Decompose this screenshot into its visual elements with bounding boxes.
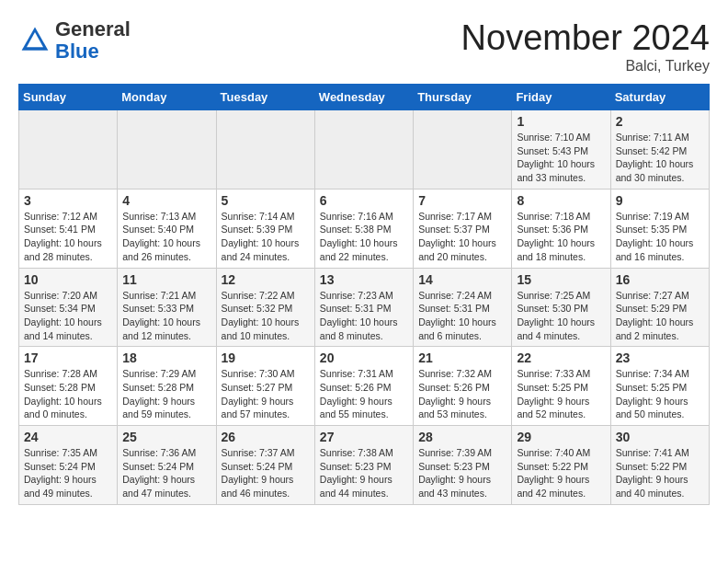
calendar-cell: [216, 110, 314, 190]
day-number: 21: [418, 350, 506, 365]
calendar-cell: 7Sunrise: 7:17 AM Sunset: 5:37 PM Daylig…: [414, 189, 512, 268]
weekday-header-friday: Friday: [512, 85, 610, 110]
day-number: 15: [517, 272, 605, 287]
calendar-body: 1Sunrise: 7:10 AM Sunset: 5:43 PM Daylig…: [19, 110, 710, 505]
day-number: 5: [222, 193, 310, 208]
calendar-cell: 29Sunrise: 7:40 AM Sunset: 5:22 PM Dayli…: [512, 426, 610, 505]
logo-icon: [18, 24, 51, 57]
weekday-header-sunday: Sunday: [19, 85, 118, 110]
calendar-cell: 18Sunrise: 7:29 AM Sunset: 5:28 PM Dayli…: [118, 347, 216, 426]
logo: General Blue: [18, 18, 131, 63]
day-number: 14: [418, 272, 506, 287]
day-info: Sunrise: 7:30 AM Sunset: 5:27 PM Dayligh…: [222, 367, 310, 421]
weekday-header-monday: Monday: [118, 85, 216, 110]
day-info: Sunrise: 7:19 AM Sunset: 5:35 PM Dayligh…: [616, 210, 704, 264]
day-info: Sunrise: 7:23 AM Sunset: 5:31 PM Dayligh…: [320, 289, 408, 343]
day-info: Sunrise: 7:38 AM Sunset: 5:23 PM Dayligh…: [320, 446, 408, 500]
weekday-header-wednesday: Wednesday: [314, 85, 413, 110]
calendar-cell: 15Sunrise: 7:25 AM Sunset: 5:30 PM Dayli…: [512, 268, 610, 347]
calendar-cell: 11Sunrise: 7:21 AM Sunset: 5:33 PM Dayli…: [118, 268, 216, 347]
location: Balci, Turkey: [461, 58, 710, 75]
calendar-cell: 14Sunrise: 7:24 AM Sunset: 5:31 PM Dayli…: [414, 268, 512, 347]
day-info: Sunrise: 7:11 AM Sunset: 5:42 PM Dayligh…: [616, 131, 704, 185]
weekday-header-thursday: Thursday: [414, 85, 512, 110]
calendar-cell: 30Sunrise: 7:41 AM Sunset: 5:22 PM Dayli…: [610, 426, 709, 505]
day-info: Sunrise: 7:14 AM Sunset: 5:39 PM Dayligh…: [222, 210, 310, 264]
day-info: Sunrise: 7:35 AM Sunset: 5:24 PM Dayligh…: [24, 446, 112, 500]
day-number: 23: [616, 350, 704, 365]
calendar-cell: 26Sunrise: 7:37 AM Sunset: 5:24 PM Dayli…: [216, 426, 314, 505]
day-info: Sunrise: 7:37 AM Sunset: 5:24 PM Dayligh…: [222, 446, 310, 500]
day-info: Sunrise: 7:31 AM Sunset: 5:26 PM Dayligh…: [320, 367, 408, 421]
calendar-cell: 23Sunrise: 7:34 AM Sunset: 5:25 PM Dayli…: [610, 347, 709, 426]
day-info: Sunrise: 7:13 AM Sunset: 5:40 PM Dayligh…: [122, 210, 210, 264]
day-number: 26: [222, 430, 310, 444]
calendar-cell: [414, 110, 512, 190]
calendar-cell: 19Sunrise: 7:30 AM Sunset: 5:27 PM Dayli…: [216, 347, 314, 426]
calendar-week-5: 24Sunrise: 7:35 AM Sunset: 5:24 PM Dayli…: [19, 426, 710, 505]
logo-blue: Blue: [55, 40, 99, 63]
day-number: 19: [222, 350, 310, 365]
calendar-cell: 3Sunrise: 7:12 AM Sunset: 5:41 PM Daylig…: [19, 189, 118, 268]
calendar-cell: [19, 110, 118, 190]
calendar-week-3: 10Sunrise: 7:20 AM Sunset: 5:34 PM Dayli…: [19, 268, 710, 347]
day-info: Sunrise: 7:22 AM Sunset: 5:32 PM Dayligh…: [222, 289, 310, 343]
calendar-cell: 12Sunrise: 7:22 AM Sunset: 5:32 PM Dayli…: [216, 268, 314, 347]
calendar-cell: 28Sunrise: 7:39 AM Sunset: 5:23 PM Dayli…: [414, 426, 512, 505]
day-info: Sunrise: 7:34 AM Sunset: 5:25 PM Dayligh…: [616, 367, 704, 421]
calendar-cell: 8Sunrise: 7:18 AM Sunset: 5:36 PM Daylig…: [512, 189, 610, 268]
calendar-cell: [118, 110, 216, 190]
day-info: Sunrise: 7:29 AM Sunset: 5:28 PM Dayligh…: [122, 367, 210, 421]
month-title: November 2024: [461, 18, 710, 58]
day-info: Sunrise: 7:32 AM Sunset: 5:26 PM Dayligh…: [418, 367, 506, 421]
calendar-cell: 25Sunrise: 7:36 AM Sunset: 5:24 PM Dayli…: [118, 426, 216, 505]
day-info: Sunrise: 7:39 AM Sunset: 5:23 PM Dayligh…: [418, 446, 506, 500]
calendar-table: SundayMondayTuesdayWednesdayThursdayFrid…: [18, 84, 710, 505]
day-number: 17: [24, 350, 112, 365]
day-info: Sunrise: 7:28 AM Sunset: 5:28 PM Dayligh…: [24, 367, 112, 421]
day-number: 30: [616, 430, 704, 444]
day-number: 20: [320, 350, 408, 365]
day-number: 16: [616, 272, 704, 287]
day-info: Sunrise: 7:10 AM Sunset: 5:43 PM Dayligh…: [517, 131, 605, 185]
day-info: Sunrise: 7:27 AM Sunset: 5:29 PM Dayligh…: [616, 289, 704, 343]
calendar-cell: [314, 110, 413, 190]
day-number: 28: [418, 430, 506, 444]
day-info: Sunrise: 7:41 AM Sunset: 5:22 PM Dayligh…: [616, 446, 704, 500]
day-info: Sunrise: 7:33 AM Sunset: 5:25 PM Dayligh…: [517, 367, 605, 421]
day-info: Sunrise: 7:25 AM Sunset: 5:30 PM Dayligh…: [517, 289, 605, 343]
calendar-cell: 5Sunrise: 7:14 AM Sunset: 5:39 PM Daylig…: [216, 189, 314, 268]
day-number: 18: [122, 350, 210, 365]
calendar-cell: 16Sunrise: 7:27 AM Sunset: 5:29 PM Dayli…: [610, 268, 709, 347]
day-number: 8: [517, 193, 605, 208]
calendar-cell: 1Sunrise: 7:10 AM Sunset: 5:43 PM Daylig…: [512, 110, 610, 190]
day-info: Sunrise: 7:21 AM Sunset: 5:33 PM Dayligh…: [122, 289, 210, 343]
calendar-week-2: 3Sunrise: 7:12 AM Sunset: 5:41 PM Daylig…: [19, 189, 710, 268]
logo-text: General Blue: [55, 18, 131, 63]
day-number: 9: [616, 193, 704, 208]
day-info: Sunrise: 7:24 AM Sunset: 5:31 PM Dayligh…: [418, 289, 506, 343]
calendar-cell: 20Sunrise: 7:31 AM Sunset: 5:26 PM Dayli…: [314, 347, 413, 426]
day-number: 1: [517, 114, 605, 129]
day-info: Sunrise: 7:18 AM Sunset: 5:36 PM Dayligh…: [517, 210, 605, 264]
calendar-cell: 13Sunrise: 7:23 AM Sunset: 5:31 PM Dayli…: [314, 268, 413, 347]
day-info: Sunrise: 7:36 AM Sunset: 5:24 PM Dayligh…: [122, 446, 210, 500]
day-number: 11: [122, 272, 210, 287]
calendar-cell: 9Sunrise: 7:19 AM Sunset: 5:35 PM Daylig…: [610, 189, 709, 268]
calendar-cell: 17Sunrise: 7:28 AM Sunset: 5:28 PM Dayli…: [19, 347, 118, 426]
calendar-cell: 6Sunrise: 7:16 AM Sunset: 5:38 PM Daylig…: [314, 189, 413, 268]
day-number: 4: [122, 193, 210, 208]
day-number: 10: [24, 272, 112, 287]
calendar-cell: 2Sunrise: 7:11 AM Sunset: 5:42 PM Daylig…: [610, 110, 709, 190]
weekday-header-tuesday: Tuesday: [216, 85, 314, 110]
page-header: General Blue November 2024 Balci, Turkey: [18, 18, 710, 75]
calendar-header: SundayMondayTuesdayWednesdayThursdayFrid…: [19, 85, 710, 110]
calendar-cell: 4Sunrise: 7:13 AM Sunset: 5:40 PM Daylig…: [118, 189, 216, 268]
day-number: 22: [517, 350, 605, 365]
day-number: 24: [24, 430, 112, 444]
day-info: Sunrise: 7:12 AM Sunset: 5:41 PM Dayligh…: [24, 210, 112, 264]
calendar-cell: 21Sunrise: 7:32 AM Sunset: 5:26 PM Dayli…: [414, 347, 512, 426]
day-number: 13: [320, 272, 408, 287]
calendar-week-1: 1Sunrise: 7:10 AM Sunset: 5:43 PM Daylig…: [19, 110, 710, 190]
day-info: Sunrise: 7:17 AM Sunset: 5:37 PM Dayligh…: [418, 210, 506, 264]
